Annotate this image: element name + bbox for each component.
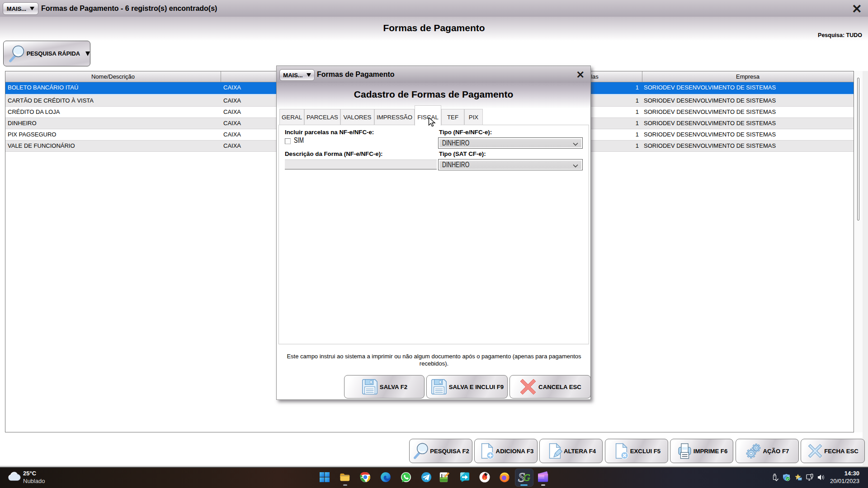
svg-text:G: G [524, 473, 530, 483]
